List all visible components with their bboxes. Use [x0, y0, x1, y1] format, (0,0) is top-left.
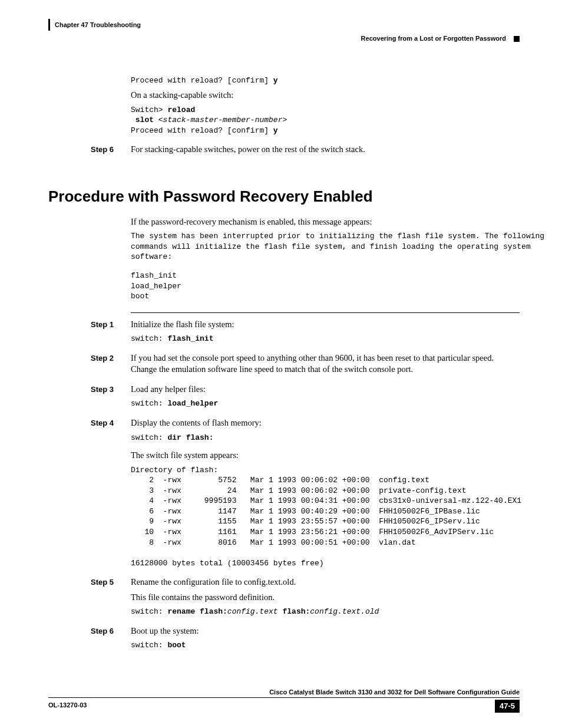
step-text: For stacking-capable switches, power on … [131, 144, 365, 154]
step-body: Boot up the system: switch: boot [131, 625, 520, 651]
step-row: Step 1 Initialize the flash file system:… [48, 319, 520, 344]
command-list: flash_init load_helper boot [131, 271, 520, 302]
step-label: Step 1 [48, 319, 131, 330]
content-area: Proceed with reload? [confirm] y On a st… [48, 75, 520, 651]
paragraph: If the password-recovery mechanism is en… [131, 216, 520, 228]
step-label: Step 5 [48, 577, 131, 588]
step-text: Rename the configuration file to config.… [131, 577, 520, 588]
step-label: Step 4 [48, 417, 131, 429]
step-subtext: This file contains the password definiti… [131, 592, 520, 604]
step-row: Step 6 For stacking-capable switches, po… [48, 144, 520, 156]
step-row: Step 5 Rename the configuration file to … [48, 577, 520, 617]
step-label: Step 3 [48, 384, 131, 395]
code-line: switch: rename flash:config.text flash:c… [131, 607, 520, 617]
step-label: Step 6 [48, 625, 131, 637]
step-row: Step 2 If you had set the console port s… [48, 353, 520, 375]
page-number: 47-5 [495, 700, 520, 713]
code-block: Switch> reload slot <stack-master-member… [131, 105, 520, 136]
step-text: If you had set the console port speed to… [131, 353, 520, 375]
footer-bar: OL-13270-03 47-5 [48, 700, 520, 713]
step-body: For stacking-capable switches, power on … [131, 144, 520, 156]
chapter-label: Chapter 47 Troubleshooting [55, 21, 141, 28]
step-body: Load any helper files: switch: load_help… [131, 384, 520, 409]
page-footer: Cisco Catalyst Blade Switch 3130 and 303… [48, 688, 520, 713]
doc-number: OL-13270-03 [48, 700, 87, 713]
system-message: The system has been interrupted prior to… [131, 231, 520, 262]
code-line: switch: load_helper [131, 398, 520, 409]
code-line: switch: dir flash: [131, 433, 521, 443]
running-header: Chapter 47 Troubleshooting [48, 19, 520, 31]
guide-title: Cisco Catalyst Blade Switch 3130 and 303… [48, 688, 520, 699]
step-row: Step 3 Load any helper files: switch: lo… [48, 384, 520, 409]
step-text: Boot up the system: [131, 625, 520, 637]
step-text: Initialize the flash file system: [131, 319, 520, 331]
divider [131, 312, 520, 313]
section-title: Procedure with Password Recovery Enabled [48, 186, 520, 207]
step-text: Load any helper files: [131, 384, 520, 396]
step-row: Step 4 Display the contents of flash mem… [48, 417, 520, 568]
step-row: Step 6 Boot up the system: switch: boot [48, 625, 520, 651]
section-breadcrumb: Recovering from a Lost or Forgotten Pass… [48, 34, 520, 43]
code-line: switch: flash_init [131, 334, 520, 344]
step-label: Step 6 [48, 144, 131, 155]
step-body: Rename the configuration file to config.… [131, 577, 520, 617]
code-line: switch: boot [131, 640, 520, 651]
step-body: Initialize the flash file system: switch… [131, 319, 520, 344]
step-body: Display the contents of flash memory: sw… [131, 417, 521, 568]
step-subtext: The switch file system appears: [131, 450, 521, 462]
step-label: Step 2 [48, 353, 131, 364]
code-line: Proceed with reload? [confirm] y [131, 75, 520, 86]
section-marker-icon [514, 36, 520, 42]
step-body: If you had set the console port speed to… [131, 353, 520, 375]
step-text: Display the contents of flash memory: [131, 417, 521, 429]
intro-text: On a stacking-capable switch: [131, 90, 520, 101]
flash-listing: Directory of flash: 2 -rwx 5752 Mar 1 19… [131, 465, 521, 568]
enabled-intro: If the password-recovery mechanism is en… [131, 216, 520, 313]
intro-block: Proceed with reload? [confirm] y On a st… [131, 75, 520, 136]
page: Chapter 47 Troubleshooting Recovering fr… [0, 0, 562, 728]
section-name: Recovering from a Lost or Forgotten Pass… [361, 35, 506, 42]
